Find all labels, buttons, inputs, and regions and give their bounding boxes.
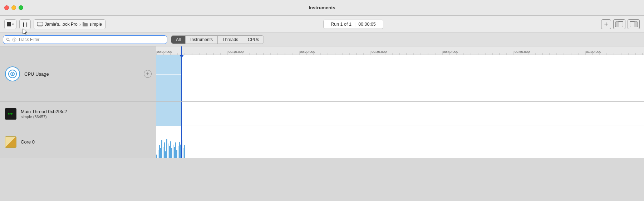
cpu-white-line <box>156 74 181 75</box>
run-sep: | <box>354 22 355 27</box>
svg-point-14 <box>7 38 9 40</box>
cpu-usage-track: CPU Usage + // This would generate ticks… <box>0 46 644 102</box>
record-stop-btn[interactable]: ▾ <box>4 19 16 29</box>
track-filter-field[interactable] <box>18 37 164 42</box>
core-wave-bar-3 <box>160 148 161 158</box>
app-toolbar: ▾ ❙❙ Jamie's...ook Pro › simple <box>0 16 644 33</box>
main-thread-info: ▶▶▶ Main Thread 0xb2f3c2 simple (86457) <box>0 102 156 126</box>
seg-cpus[interactable]: CPUs <box>243 36 264 44</box>
breadcrumb-separator: › <box>79 21 81 27</box>
core-playhead <box>181 126 182 158</box>
minimize-button-2[interactable] <box>11 5 16 10</box>
cpu-icon-wrap <box>5 66 20 81</box>
segment-control: All Instruments Threads CPUs <box>171 35 264 44</box>
core-wave-bar-4 <box>161 140 162 158</box>
thread-icon-wrap: ▶▶▶ <box>5 108 16 120</box>
cpu-circle-icon <box>8 69 17 79</box>
ruler-ticks-svg <box>156 46 644 55</box>
folder-icon-2 <box>83 22 88 26</box>
device-breadcrumb[interactable]: Jamie's...ook Pro › simple <box>34 19 105 29</box>
terminal-icon: ▶▶▶ <box>7 111 14 117</box>
playhead-line <box>181 46 182 101</box>
core-wave-bar-14 <box>174 147 175 158</box>
core-wave-bar-5 <box>163 147 164 158</box>
core-wave-bar-15 <box>175 142 176 158</box>
core-wave-bar-11 <box>170 141 171 158</box>
core-wave-bar-13 <box>173 145 174 158</box>
seg-threads[interactable]: Threads <box>218 36 243 44</box>
core-wave-bar-9 <box>168 144 169 158</box>
filter-options-icon <box>12 37 16 42</box>
ruler-row: // This would generate ticks but we'll d… <box>156 46 644 55</box>
seg-all[interactable]: All <box>171 36 186 44</box>
split-right-icon <box>630 21 638 27</box>
app-wrapper: Instruments ▾ ❙❙ Jamie's...ook Pro › <box>0 0 644 201</box>
core-0-track: Core 0 <box>0 126 644 158</box>
core-0-info: Core 0 <box>0 126 156 158</box>
thread-sub-label: simple (86457) <box>21 115 67 119</box>
cpu-usage-add-btn[interactable]: + <box>144 70 152 78</box>
core-0-timeline-body[interactable] <box>156 126 644 158</box>
device-name: Jamie's...ook Pro <box>45 22 78 27</box>
view-mode-btn-1[interactable] <box>613 19 625 29</box>
svg-point-22 <box>12 73 13 75</box>
svg-rect-13 <box>634 21 638 27</box>
app-filterbar: All Instruments Threads CPUs <box>0 33 644 46</box>
core-wave-bar-16 <box>176 150 177 158</box>
main-thread-track: ▶▶▶ Main Thread 0xb2f3c2 simple (86457) <box>0 102 644 126</box>
app-title: Instruments <box>309 5 335 10</box>
thread-text-group: Main Thread 0xb2f3c2 simple (86457) <box>21 109 67 119</box>
cpu-usage-track-label: CPU Usage <box>24 71 49 77</box>
track-filter-wrap[interactable] <box>3 35 167 44</box>
core-wave-bar-17 <box>178 146 179 158</box>
core-wave-bar-2 <box>159 145 160 158</box>
core-wave-bar-1 <box>158 150 159 158</box>
close-button-2[interactable] <box>4 5 9 10</box>
cpu-usage-timeline-body[interactable]: // This would generate ticks but we'll d… <box>156 46 644 101</box>
split-left-icon <box>615 21 623 27</box>
thread-name-label: Main Thread 0xb2f3c2 <box>21 109 67 114</box>
window-controls-2 <box>4 5 23 10</box>
toolbar-right-btns: + <box>601 19 640 29</box>
run-label-2: Run 1 of 1 <box>331 22 352 27</box>
pause-btn[interactable]: ❙❙ <box>19 19 31 29</box>
app-title-bar: Instruments <box>0 0 644 16</box>
core-wave-bar-7 <box>165 151 166 158</box>
run-time-2: 00:00:05 <box>358 22 376 27</box>
seg-instruments[interactable]: Instruments <box>186 36 218 44</box>
thread-playhead <box>181 102 182 126</box>
record-dropdown-icon: ▾ <box>12 22 14 26</box>
run-info-center: Run 1 of 1 | 00:00:05 <box>108 20 598 29</box>
cpu-usage-info: CPU Usage + <box>0 46 156 101</box>
tracks-area: CPU Usage + // This would generate ticks… <box>0 46 644 201</box>
core-wave-bar-10 <box>169 146 170 158</box>
core-wave-bar-19 <box>180 145 181 158</box>
thread-blue-region <box>156 102 181 126</box>
svg-line-15 <box>9 40 10 41</box>
monitor-icon <box>37 22 43 26</box>
run-info-display: Run 1 of 1 | 00:00:05 <box>323 20 383 29</box>
core-icon-bg <box>5 137 16 147</box>
core-wave-bar-18 <box>179 142 180 158</box>
playhead-head <box>180 55 184 58</box>
core-wave-bar-8 <box>166 139 167 158</box>
core-wave-bar-21 <box>183 148 184 158</box>
add-instrument-btn[interactable]: + <box>601 19 611 29</box>
target-name: simple <box>89 22 102 27</box>
main-thread-timeline-body[interactable] <box>156 102 644 126</box>
maximize-button-2[interactable] <box>19 5 23 10</box>
core-wave-bar-12 <box>171 148 172 158</box>
pause-icon-2: ❙❙ <box>22 22 28 27</box>
svg-text:▶▶▶: ▶▶▶ <box>8 112 13 115</box>
svg-rect-6 <box>37 22 43 26</box>
core-waveform-container <box>156 126 185 158</box>
core-wave-bar-6 <box>164 142 165 158</box>
core-wave-bar-0 <box>156 155 157 158</box>
core-wave-bar-22 <box>184 145 185 158</box>
cpu-blue-region <box>156 55 181 101</box>
core-0-label: Core 0 <box>21 139 35 145</box>
svg-rect-11 <box>616 21 619 27</box>
core-icon-wrap <box>5 136 16 148</box>
stop-square-icon <box>7 22 11 26</box>
view-mode-btn-2[interactable] <box>628 19 640 29</box>
